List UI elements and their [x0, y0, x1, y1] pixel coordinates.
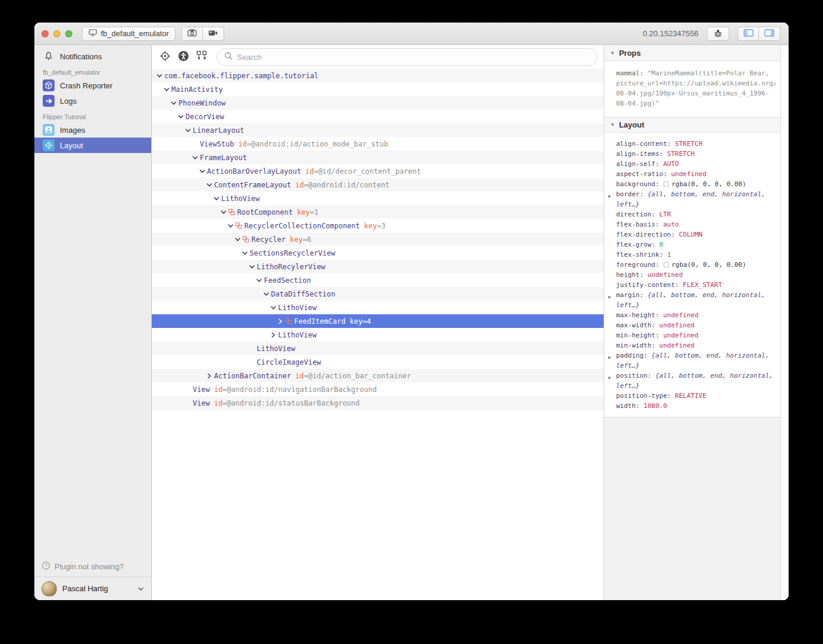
layout-prop-width[interactable]: width: 1080.0: [604, 401, 777, 411]
props-section-header[interactable]: ▼ Props: [604, 45, 780, 61]
chevron-down-icon[interactable]: [270, 305, 278, 311]
layout-prop-direction[interactable]: direction: LTR: [604, 209, 777, 219]
expand-triangle-icon[interactable]: ▶: [608, 373, 611, 383]
close-window-button[interactable]: [42, 30, 49, 37]
chevron-down-icon[interactable]: [213, 196, 221, 202]
layout-prop-flex-basis[interactable]: flex-basis: auto: [604, 219, 777, 229]
chevron-right-icon[interactable]: [206, 373, 214, 379]
chevron-down-icon[interactable]: [256, 278, 264, 283]
tree-row-linearlayout[interactable]: LinearLayout: [152, 123, 604, 137]
chevron-down-icon[interactable]: [178, 114, 186, 120]
layout-prop-position-type[interactable]: position-type: RELATIVE: [604, 391, 777, 401]
chevron-down-icon[interactable]: [249, 264, 257, 270]
chevron-right-icon[interactable]: [277, 318, 285, 324]
layout-prop-height[interactable]: height: undefined: [604, 270, 777, 280]
layout-prop-value[interactable]: auto: [663, 221, 679, 228]
layout-prop-value[interactable]: undefined: [671, 170, 707, 178]
chevron-down-icon[interactable]: [185, 127, 193, 133]
tree-row-framelayout[interactable]: FrameLayout: [152, 151, 604, 164]
layout-prop-border[interactable]: ▶border: {all, bottom, end, horizontal, …: [604, 189, 777, 209]
tree-row-circleimageview[interactable]: CircleImageView: [152, 355, 604, 369]
layout-prop-value[interactable]: undefined: [663, 331, 698, 339]
sidebar-item-logs[interactable]: Logs: [34, 93, 151, 109]
chevron-down-icon[interactable]: [235, 237, 243, 243]
layout-prop-justify-content[interactable]: justify-content: FLEX_START: [604, 280, 777, 290]
layout-prop-flex-shrink[interactable]: flex-shrink: 1: [604, 250, 777, 260]
device-selector-button[interactable]: fb_default_emulator: [82, 27, 176, 41]
color-checkbox[interactable]: [663, 262, 669, 267]
layout-prop-value[interactable]: undefined: [663, 311, 698, 319]
layout-prop-value[interactable]: rgba(0, 0, 0, 0.00): [671, 180, 746, 188]
sidebar-item-images[interactable]: Images: [34, 122, 151, 138]
tree-row-mainactivity[interactable]: MainActivity: [152, 82, 604, 96]
tree-row-sectionsrecyclerview[interactable]: SectionsRecyclerView: [152, 246, 604, 260]
layout-prop-flex-grow[interactable]: flex-grow: 0: [604, 240, 777, 250]
layout-prop-value[interactable]: undefined: [659, 342, 695, 349]
layout-prop-value[interactable]: undefined: [647, 271, 683, 279]
tree-row-view[interactable]: Viewid=@android:id/statusBarBackground: [152, 396, 604, 410]
tree-row-lithoview[interactable]: LithoView: [152, 342, 604, 355]
layout-prop-value[interactable]: RELATIVE: [675, 392, 706, 400]
toggle-right-panel-button[interactable]: [759, 27, 780, 41]
layout-prop-value[interactable]: COLUMN: [679, 231, 703, 238]
tree-row-rootcomponent[interactable]: RootComponentkey=1: [152, 205, 604, 219]
layout-prop-min-height[interactable]: min-height: undefined: [604, 330, 777, 340]
tree-row-decorview[interactable]: DecorView: [152, 110, 604, 123]
layout-prop-value[interactable]: 0: [659, 241, 663, 248]
chevron-down-icon[interactable]: [164, 87, 171, 93]
chevron-down-icon[interactable]: [157, 73, 164, 79]
chevron-down-icon[interactable]: [206, 182, 214, 188]
accessibility-mode-button[interactable]: [176, 50, 190, 64]
chevron-down-icon[interactable]: [192, 155, 200, 161]
layout-prop-value[interactable]: 1: [667, 251, 671, 259]
tree-row-viewstub[interactable]: ViewStubid=@android:id/action_mode_bar_s…: [152, 137, 604, 151]
layout-prop-flex-direction[interactable]: flex-direction: COLUMN: [604, 229, 777, 240]
chevron-down-icon[interactable]: [242, 250, 250, 256]
sidebar-item-layout[interactable]: Layout: [34, 138, 151, 153]
plugin-help-link[interactable]: ? Plugin not showing?: [34, 556, 151, 576]
screenshot-button[interactable]: [181, 27, 203, 41]
expand-triangle-icon[interactable]: ▶: [608, 353, 611, 363]
toggle-left-panel-button[interactable]: [738, 27, 759, 41]
chevron-down-icon[interactable]: [263, 291, 271, 297]
layout-prop-value[interactable]: LTR: [659, 211, 671, 218]
layout-prop-value[interactable]: STRETCH: [667, 150, 694, 158]
layout-prop-value[interactable]: 1080.0: [643, 402, 667, 410]
layout-prop-position[interactable]: ▶position: {all, bottom, end, horizontal…: [604, 371, 777, 391]
chevron-down-icon[interactable]: [171, 100, 178, 106]
chevron-right-icon[interactable]: [270, 332, 278, 338]
layout-prop-min-width[interactable]: min-width: undefined: [604, 340, 777, 350]
layout-prop-value[interactable]: AUTO: [663, 160, 679, 168]
tree-row-actionbaroverlaylayout[interactable]: ActionBarOverlayLayoutid=@id/decor_conte…: [152, 164, 604, 178]
chevron-down-icon[interactable]: [199, 168, 207, 174]
layout-prop-foreground[interactable]: foreground: rgba(0, 0, 0, 0.00): [604, 260, 777, 270]
report-bug-button[interactable]: [707, 27, 729, 41]
tree-row-lithoview[interactable]: LithoView: [152, 301, 604, 314]
target-mode-button[interactable]: [158, 50, 172, 64]
chevron-down-icon[interactable]: [228, 223, 235, 229]
tree-row-recyclercollectioncomponent[interactable]: RecyclerCollectionComponentkey=3: [152, 219, 604, 232]
minimize-window-button[interactable]: [53, 30, 60, 37]
user-menu[interactable]: Pascal Hartig: [34, 576, 151, 600]
tree-row-actionbarcontainer[interactable]: ActionBarContainerid=@id/action_bar_cont…: [152, 369, 604, 382]
tree-row-feedsection[interactable]: FeedSection: [152, 273, 604, 287]
layout-prop-margin[interactable]: ▶margin: {all, bottom, end, horizontal, …: [604, 290, 777, 310]
layout-prop-align-content[interactable]: align-content: STRETCH: [604, 139, 777, 149]
layout-prop-padding[interactable]: ▶padding: {all, bottom, end, horizontal,…: [604, 350, 777, 371]
color-checkbox[interactable]: [663, 181, 669, 187]
search-input[interactable]: [237, 53, 590, 62]
tree-row-view[interactable]: Viewid=@android:id/navigationBarBackgrou…: [152, 382, 604, 396]
layout-prop-max-width[interactable]: max-width: undefined: [604, 320, 777, 330]
tree-row-feeditemcard[interactable]: FeedItemCardkey=4: [152, 314, 604, 328]
tree-row-com-facebook-flipper-sample-tutorial[interactable]: com.facebook.flipper.sample.tutorial: [152, 69, 604, 82]
expand-triangle-icon[interactable]: ▶: [608, 292, 611, 302]
layout-prop-background[interactable]: background: rgba(0, 0, 0, 0.00): [604, 179, 777, 189]
layout-prop-max-height[interactable]: max-height: undefined: [604, 310, 777, 320]
layout-prop-value[interactable]: rgba(0, 0, 0, 0.00): [671, 261, 746, 269]
layout-section-header[interactable]: ▼ Layout: [604, 117, 780, 133]
tree-row-lithorecylerview[interactable]: LithoRecylerView: [152, 260, 604, 273]
tree-row-datadiffsection[interactable]: DataDiffSection: [152, 287, 604, 301]
layout-prop-align-items[interactable]: align-items: STRETCH: [604, 149, 777, 159]
tree-row-recycler[interactable]: Recyclerkey=6: [152, 232, 604, 246]
layout-prop-aspect-ratio[interactable]: aspect-ratio: undefined: [604, 169, 777, 179]
